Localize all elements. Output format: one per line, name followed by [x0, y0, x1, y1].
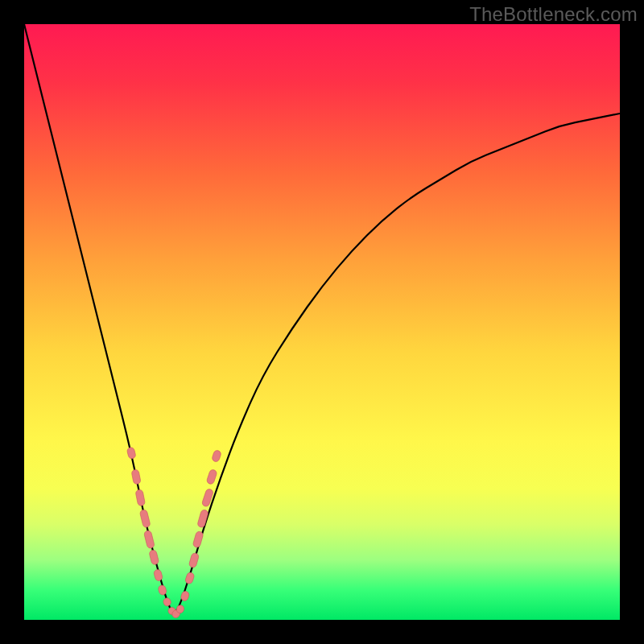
watermark-text: TheBottleneck.com — [469, 3, 638, 26]
chart-svg — [24, 24, 620, 620]
gradient-background — [24, 24, 620, 620]
plot-area — [24, 24, 620, 620]
outer-frame: TheBottleneck.com — [0, 0, 644, 644]
